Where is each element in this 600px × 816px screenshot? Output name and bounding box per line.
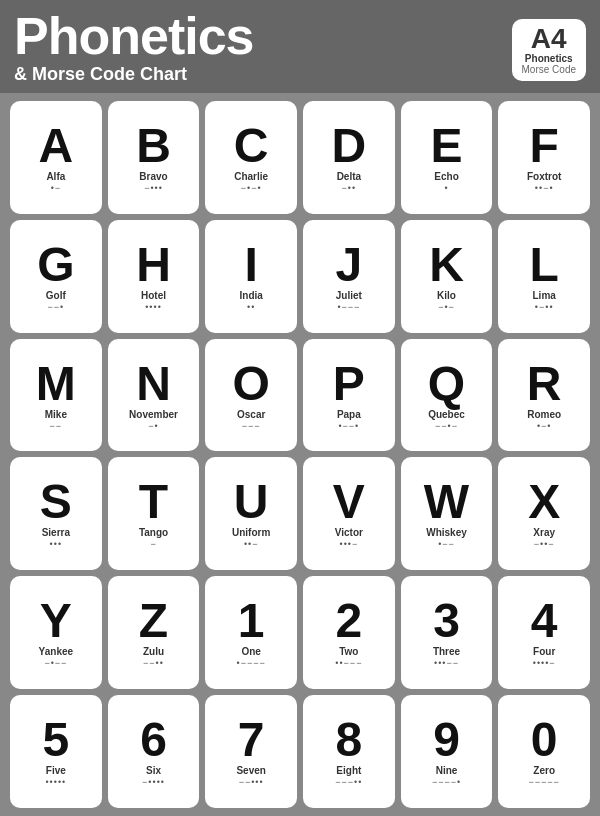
header-left: Phonetics & Morse Code Chart <box>14 10 254 85</box>
cell-letter: Z <box>139 597 168 645</box>
cell-2: 2Two••−−− <box>303 576 395 689</box>
cell-morse-code: −−−•• <box>335 777 362 787</box>
cell-morse-code: ••••• <box>45 777 66 787</box>
cell-letter: N <box>136 360 171 408</box>
cell-phonetic-name: Nine <box>436 765 458 776</box>
cell-d: DDelta−•• <box>303 101 395 214</box>
cell-c: CCharlie−•−• <box>205 101 297 214</box>
cell-letter: V <box>333 478 365 526</box>
header: Phonetics & Morse Code Chart A4 Phonetic… <box>0 0 600 93</box>
cell-5: 5Five••••• <box>10 695 102 808</box>
cell-m: MMike−− <box>10 339 102 452</box>
cell-letter: S <box>40 478 72 526</box>
cell-letter: 4 <box>531 597 558 645</box>
cell-phonetic-name: Quebec <box>428 409 465 420</box>
cell-letter: Y <box>40 597 72 645</box>
cell-morse-code: −•−• <box>241 183 262 193</box>
cell-morse-code: •••• <box>145 302 162 312</box>
cell-phonetic-name: Delta <box>337 171 361 182</box>
cell-letter: 8 <box>336 716 363 764</box>
cell-morse-code: •−−• <box>338 421 359 431</box>
cell-phonetic-name: India <box>240 290 263 301</box>
cell-phonetic-name: Four <box>533 646 555 657</box>
cell-letter: H <box>136 241 171 289</box>
cell-phonetic-name: Sierra <box>42 527 70 538</box>
cell-i: IIndia•• <box>205 220 297 333</box>
cell-phonetic-name: Three <box>433 646 460 657</box>
cell-letter: L <box>530 241 559 289</box>
cell-3: 3Three•••−− <box>401 576 493 689</box>
cell-morse-code: •• <box>247 302 255 312</box>
cell-morse-code: −•• <box>342 183 357 193</box>
cell-phonetic-name: Seven <box>236 765 265 776</box>
cell-morse-code: −••• <box>144 183 163 193</box>
cell-y: YYankee−•−− <box>10 576 102 689</box>
cell-morse-code: ••− <box>244 539 259 549</box>
cell-f: FFoxtrot••−• <box>498 101 590 214</box>
cell-morse-code: −−−−− <box>529 777 560 787</box>
badge-morse-label: Morse Code <box>522 64 576 75</box>
cell-phonetic-name: Lima <box>533 290 556 301</box>
cell-0: 0Zero−−−−− <box>498 695 590 808</box>
badge-phonetics-label: Phonetics <box>522 53 576 64</box>
row-1: GGolf−−•HHotel••••IIndia••JJuliet•−−−KKi… <box>10 220 590 333</box>
cell-z: ZZulu−−•• <box>108 576 200 689</box>
cell-phonetic-name: One <box>241 646 260 657</box>
cell-letter: O <box>233 360 270 408</box>
cell-morse-code: −−•− <box>435 421 458 431</box>
badge-a4: A4 <box>522 25 576 53</box>
cell-letter: X <box>528 478 560 526</box>
cell-morse-code: −••− <box>534 539 555 549</box>
cell-phonetic-name: Alfa <box>46 171 65 182</box>
cell-morse-code: •−−− <box>337 302 360 312</box>
cell-letter: 3 <box>433 597 460 645</box>
cell-morse-code: •−− <box>438 539 455 549</box>
cell-morse-code: −• <box>148 421 158 431</box>
row-0: AAlfa•−BBravo−•••CCharlie−•−•DDelta−••EE… <box>10 101 590 214</box>
cell-phonetic-name: Two <box>339 646 358 657</box>
cell-letter: R <box>527 360 562 408</box>
cell-phonetic-name: Hotel <box>141 290 166 301</box>
cell-morse-code: •••−− <box>434 658 459 668</box>
cell-letter: J <box>336 241 363 289</box>
cell-morse-code: −•−− <box>44 658 67 668</box>
cell-r: RRomeo•−• <box>498 339 590 452</box>
cell-letter: Q <box>428 360 465 408</box>
cell-4: 4Four••••− <box>498 576 590 689</box>
cell-morse-code: −−−−• <box>432 777 461 787</box>
page-title: Phonetics <box>14 10 254 62</box>
cell-phonetic-name: Kilo <box>437 290 456 301</box>
cell-morse-code: −•− <box>438 302 455 312</box>
cell-letter: C <box>234 122 269 170</box>
cell-phonetic-name: Foxtrot <box>527 171 561 182</box>
cell-phonetic-name: Echo <box>434 171 458 182</box>
cell-morse-code: •−•• <box>535 302 554 312</box>
cell-e: EEcho• <box>401 101 493 214</box>
cell-phonetic-name: Whiskey <box>426 527 467 538</box>
cell-letter: A <box>39 122 74 170</box>
cell-phonetic-name: Five <box>46 765 66 776</box>
cell-8: 8Eight−−−•• <box>303 695 395 808</box>
cell-morse-code: −−− <box>242 421 261 431</box>
cell-q: QQuebec−−•− <box>401 339 493 452</box>
cell-h: HHotel•••• <box>108 220 200 333</box>
cell-letter: 5 <box>42 716 69 764</box>
cell-phonetic-name: Six <box>146 765 161 776</box>
cell-letter: U <box>234 478 269 526</box>
cell-letter: T <box>139 478 168 526</box>
cell-phonetic-name: Uniform <box>232 527 270 538</box>
cell-phonetic-name: Zero <box>533 765 555 776</box>
cell-6: 6Six−•••• <box>108 695 200 808</box>
cell-phonetic-name: Xray <box>533 527 555 538</box>
cell-morse-code: ••−−− <box>335 658 362 668</box>
cell-x: XXray−••− <box>498 457 590 570</box>
cell-letter: P <box>333 360 365 408</box>
cell-morse-code: ••••− <box>533 658 556 668</box>
cell-letter: G <box>37 241 74 289</box>
cell-letter: 0 <box>531 716 558 764</box>
cell-n: NNovember−• <box>108 339 200 452</box>
cell-phonetic-name: Yankee <box>39 646 73 657</box>
cell-letter: 2 <box>336 597 363 645</box>
cell-phonetic-name: Charlie <box>234 171 268 182</box>
cell-o: OOscar−−− <box>205 339 297 452</box>
